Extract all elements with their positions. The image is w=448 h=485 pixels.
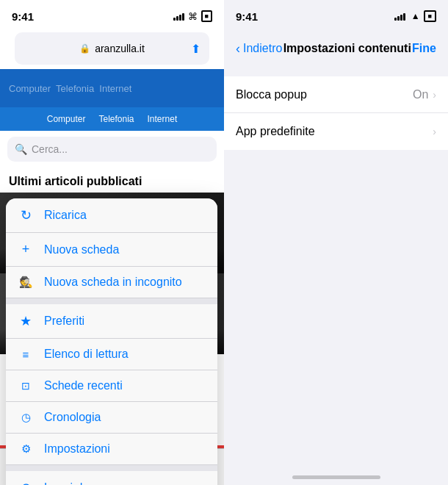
menu-item-leggi-dopo[interactable]: ⊕ Leggi dopo (6, 471, 217, 485)
website-header: Computer Telefonia Internet (0, 69, 224, 107)
status-time-right: 9:41 (236, 10, 258, 23)
menu-label-elenco-lettura: Elenco di lettura (44, 348, 129, 361)
menu-item-elenco-lettura[interactable]: ≡ Elenco di lettura (6, 339, 217, 370)
chevron-left-icon: ‹ (236, 41, 240, 57)
search-bar: 🔍 Cerca... (0, 131, 224, 168)
settings-list: Blocca popup On › App predefinite › (224, 76, 448, 150)
settings-spacer-top (224, 65, 448, 76)
page-title: Impostazioni contenuti (283, 42, 411, 55)
menu-item-preferiti[interactable]: ★ Preferiti (6, 304, 217, 339)
status-time-left: 9:41 (12, 10, 34, 23)
menu-label-impostazioni: Impostazioni (44, 442, 110, 456)
home-indicator-right (292, 475, 380, 479)
back-label: Indietro (243, 42, 282, 55)
app-predefinite-right: › (433, 126, 436, 137)
search-input-box[interactable]: 🔍 Cerca... (7, 137, 217, 162)
blocca-popup-value: On (413, 88, 428, 101)
add-tab-icon: + (18, 242, 34, 257)
menu-divider-2 (6, 465, 217, 471)
address-bar[interactable]: 🔒 aranzulla.it ⬆ (15, 32, 209, 65)
chevron-right-icon-2: › (433, 126, 436, 137)
menu-label-schede-recenti: Schede recenti (44, 379, 123, 392)
left-panel: 9:41 ⌘ ■ 🔒 aranzulla.it ⬆ Computer Telef… (0, 0, 224, 485)
url-text: aranzulla.it (95, 43, 145, 54)
nav-tab-computer[interactable]: Computer (47, 114, 86, 124)
nav-tabs: Computer Telefonia Internet (0, 107, 224, 131)
search-placeholder: Cerca... (32, 143, 68, 155)
menu-label-cronologia: Cronologia (44, 411, 101, 424)
menu-item-nuova-scheda[interactable]: + Nuova scheda (6, 233, 217, 267)
blocca-popup-right: On › (413, 88, 436, 101)
app-predefinite-label: App predefinite (236, 125, 315, 138)
menu-item-schede-recenti[interactable]: ⊡ Schede recenti (6, 370, 217, 402)
read-later-icon: ⊕ (18, 480, 34, 485)
back-button-right[interactable]: ‹ Indietro (236, 41, 282, 57)
settings-row-blocca-popup[interactable]: Blocca popup On › (224, 76, 448, 113)
settings-row-app-predefinite[interactable]: App predefinite › (224, 113, 448, 150)
menu-label-ricarica: Ricarica (44, 209, 87, 222)
battery-icon-right: ■ (424, 10, 436, 22)
search-icon: 🔍 (15, 143, 27, 155)
menu-item-incognito[interactable]: 🕵 Nuova scheda in incognito (6, 267, 217, 298)
context-menu: ↻ Ricarica + Nuova scheda 🕵 Nuova scheda… (6, 198, 217, 485)
nav-tab-telefonia[interactable]: Telefonia (98, 114, 134, 124)
signal-icon-right (394, 12, 405, 21)
share-icon[interactable]: ⬆ (191, 42, 200, 56)
status-bar-left: 9:41 ⌘ ■ (0, 0, 224, 32)
chevron-right-icon-1: › (433, 89, 436, 101)
blocca-popup-label: Blocca popup (236, 88, 307, 101)
battery-icon: ■ (201, 10, 212, 22)
refresh-icon: ↻ (18, 207, 34, 223)
section-title: Ultimi articoli pubblicati (0, 168, 224, 193)
history-icon: ◷ (18, 411, 34, 424)
nav-tab-internet[interactable]: Internet (148, 114, 178, 124)
status-icons-left: ⌘ ■ (173, 10, 212, 22)
menu-item-impostazioni[interactable]: ⚙ Impostazioni (6, 434, 217, 465)
status-icons-right: ▲ ■ (394, 10, 436, 22)
menu-divider-1 (6, 298, 217, 304)
menu-label-incognito: Nuova scheda in incognito (44, 276, 182, 289)
lock-icon: 🔒 (79, 43, 90, 54)
done-button[interactable]: Fine (412, 42, 436, 55)
settings-icon: ⚙ (18, 442, 34, 456)
menu-label-nuova-scheda: Nuova scheda (44, 243, 119, 256)
wifi-icon-right: ▲ (411, 11, 420, 21)
right-panel: 9:41 ▲ ■ ‹ Indietro Impostazioni contenu… (224, 0, 448, 485)
menu-label-leggi-dopo: Leggi dopo (44, 481, 102, 485)
wifi-icon: ⌘ (188, 11, 198, 22)
menu-item-ricarica[interactable]: ↻ Ricarica (6, 198, 217, 233)
recent-tabs-icon: ⊡ (18, 380, 34, 392)
nav-bar: ‹ Indietro Impostazioni contenuti Fine (224, 32, 448, 65)
incognito-icon: 🕵 (18, 276, 34, 289)
signal-icon (173, 12, 184, 21)
menu-label-preferiti: Preferiti (44, 315, 84, 328)
status-bar-right: 9:41 ▲ ■ (224, 0, 448, 32)
star-icon: ★ (18, 313, 34, 329)
website-header-text: Computer Telefonia Internet (9, 83, 131, 94)
reading-list-icon: ≡ (18, 348, 34, 361)
menu-item-cronologia[interactable]: ◷ Cronologia (6, 402, 217, 434)
